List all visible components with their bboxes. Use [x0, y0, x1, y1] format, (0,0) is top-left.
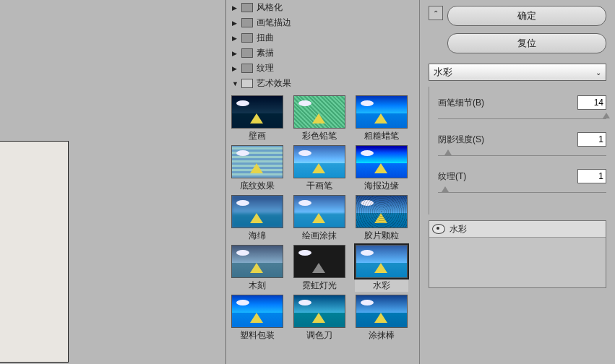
- category-row[interactable]: ▶画笔描边: [226, 15, 419, 30]
- thumb-image: [356, 245, 408, 278]
- category-row[interactable]: ▶素描: [226, 46, 419, 61]
- filter-thumb[interactable]: 胶片颗粒: [355, 195, 408, 242]
- slider-handle-icon[interactable]: [442, 186, 449, 192]
- param-shadow-intensity-label: 阴影强度(S): [438, 134, 484, 146]
- folder-icon: [241, 3, 253, 12]
- category-row[interactable]: ▶风格化: [226, 0, 419, 15]
- thumb-image: [231, 195, 283, 228]
- slider-handle-icon[interactable]: [444, 150, 452, 155]
- parameters: 画笔细节(B) 阴影强度(S) 纹理(T): [429, 87, 606, 214]
- param-texture-label: 纹理(T): [438, 170, 466, 183]
- thumb-label: 木刻: [249, 280, 266, 292]
- filter-thumb[interactable]: 海绵: [231, 195, 284, 242]
- category-label: 艺术效果: [257, 77, 291, 90]
- effect-layers: 水彩: [429, 220, 606, 288]
- layer-row[interactable]: 水彩: [429, 221, 606, 238]
- category-label: 风格化: [257, 1, 283, 14]
- filter-gallery[interactable]: ▶风格化▶画笔描边▶扭曲▶素描▶纹理▼艺术效果壁画彩色铅笔粗糙蜡笔底纹效果干画笔…: [226, 0, 420, 364]
- param-texture-input[interactable]: [577, 169, 606, 183]
- collapse-toggle-icon[interactable]: ⌃: [429, 6, 443, 20]
- param-brush-detail-slider[interactable]: [438, 113, 606, 119]
- thumb-label: 胶片颗粒: [364, 230, 399, 242]
- reset-button[interactable]: 复位: [447, 33, 606, 53]
- filter-thumb[interactable]: 绘画涂抹: [293, 195, 346, 242]
- thumb-label: 塑料包装: [240, 329, 275, 342]
- thumbnail-grid: 壁画彩色铅笔粗糙蜡笔底纹效果干画笔海报边缘海绵绘画涂抹胶片颗粒木刻霓虹灯光水彩塑…: [226, 91, 419, 349]
- thumb-label: 海报边缘: [364, 180, 399, 192]
- thumb-image: [356, 95, 408, 129]
- category-label: 画笔描边: [257, 17, 291, 29]
- filter-thumb[interactable]: 彩色铅笔: [293, 95, 346, 142]
- visibility-eye-icon[interactable]: [432, 224, 445, 234]
- filter-thumb[interactable]: 底纹效果: [231, 145, 284, 192]
- filter-thumb[interactable]: 粗糙蜡笔: [355, 95, 408, 142]
- thumb-label: 壁画: [249, 130, 266, 142]
- filter-thumb[interactable]: 干画笔: [293, 145, 346, 192]
- thumb-label: 底纹效果: [240, 180, 275, 192]
- thumb-label: 涂抹棒: [369, 329, 395, 342]
- category-row[interactable]: ▶纹理: [226, 61, 419, 76]
- thumb-label: 绘画涂抹: [302, 230, 337, 242]
- folder-icon: [241, 79, 253, 88]
- thumb-image: [293, 245, 345, 278]
- dropdown-selected: 水彩: [434, 66, 452, 79]
- thumb-image: [231, 95, 283, 129]
- thumb-label: 调色刀: [306, 329, 332, 342]
- triangle-right-icon: ▶: [232, 20, 239, 27]
- thumb-label: 干画笔: [306, 180, 332, 192]
- filter-thumb[interactable]: 水彩: [355, 245, 408, 292]
- slider-handle-icon[interactable]: [603, 113, 610, 118]
- thumb-image: [293, 195, 345, 228]
- category-row[interactable]: ▼艺术效果: [226, 76, 419, 91]
- thumb-label: 水彩: [373, 280, 390, 292]
- thumb-image: [231, 245, 283, 278]
- thumb-image: [293, 95, 345, 129]
- category-label: 扭曲: [257, 32, 274, 44]
- category-row[interactable]: ▶扭曲: [226, 30, 419, 46]
- thumb-image: [293, 295, 345, 328]
- folder-icon: [241, 48, 253, 58]
- filter-thumb[interactable]: 霓虹灯光: [293, 245, 346, 292]
- canvas-preview: [0, 141, 69, 363]
- settings-panel: ⌃ 确定 复位 水彩 ⌄ 画笔细节(B) 阴影强度(S) 纹理(T): [420, 0, 615, 364]
- ok-button[interactable]: 确定: [447, 6, 606, 26]
- thumb-label: 彩色铅笔: [302, 130, 337, 142]
- filter-thumb[interactable]: 壁画: [231, 95, 284, 142]
- category-label: 素描: [257, 47, 274, 59]
- filter-dropdown[interactable]: 水彩 ⌄: [429, 64, 606, 81]
- thumb-image: [356, 195, 408, 228]
- filter-thumb[interactable]: 海报边缘: [355, 145, 408, 192]
- triangle-right-icon: ▶: [232, 50, 239, 57]
- folder-icon: [241, 64, 253, 73]
- param-brush-detail-label: 画笔细节(B): [438, 97, 484, 109]
- triangle-right-icon: ▶: [232, 65, 239, 72]
- filter-thumb[interactable]: 调色刀: [293, 295, 346, 342]
- triangle-right-icon: ▶: [232, 35, 239, 42]
- thumb-image: [356, 295, 408, 328]
- thumb-image: [293, 145, 345, 178]
- filter-thumb[interactable]: 涂抹棒: [355, 295, 408, 342]
- layer-name: 水彩: [450, 223, 467, 235]
- thumb-image: [356, 145, 408, 178]
- thumb-label: 粗糙蜡笔: [364, 130, 399, 142]
- folder-icon: [241, 33, 253, 43]
- thumb-image: [231, 295, 283, 328]
- filter-thumb[interactable]: 木刻: [231, 245, 284, 292]
- thumb-label: 海绵: [249, 230, 266, 242]
- category-label: 纹理: [257, 62, 274, 74]
- thumb-label: 霓虹灯光: [302, 280, 337, 292]
- chevron-down-icon: ⌄: [595, 69, 601, 77]
- filter-thumb[interactable]: 塑料包装: [231, 295, 284, 342]
- param-shadow-intensity-input[interactable]: [577, 132, 606, 147]
- triangle-down-icon: ▼: [232, 80, 239, 87]
- param-texture-slider[interactable]: [438, 186, 606, 193]
- param-brush-detail-input[interactable]: [577, 95, 606, 110]
- preview-area: [0, 0, 226, 364]
- param-shadow-intensity-slider[interactable]: [438, 150, 606, 156]
- thumb-image: [231, 145, 283, 178]
- triangle-right-icon: ▶: [232, 4, 239, 12]
- folder-icon: [241, 18, 253, 27]
